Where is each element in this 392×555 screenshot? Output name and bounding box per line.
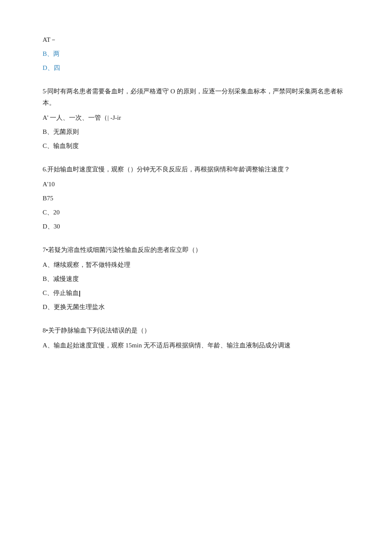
option-5-B: B、无菌原则 bbox=[43, 126, 349, 138]
option-7-C: C、停止输血​ bbox=[43, 287, 349, 299]
question-6-text: 6.开始输血时速度宜慢，观察（）分钟无不良反应后，再根据病情和年龄调整输注速度？ bbox=[43, 164, 349, 175]
question-7: 7•若疑为溶血性或细菌污染性输血反应的患者应立即（） A、继续观察，暂不做特殊处… bbox=[43, 244, 349, 313]
option-4-A: AT－ bbox=[43, 34, 349, 46]
option-4-B: B、两 bbox=[43, 48, 349, 60]
question-5-text: 5·同时有两名患者需要备血时，必须严格遵守 O 的原则，应逐一分别采集血标本，严… bbox=[43, 86, 349, 109]
option-7-B: B、减慢速度 bbox=[43, 273, 349, 285]
option-4-D: D、四 bbox=[43, 62, 349, 74]
option-7-A: A、继续观察，暂不做特殊处理 bbox=[43, 259, 349, 271]
content-area: AT－ B、两 D、四 5·同时有两名患者需要备血时，必须严格遵守 O 的原则，… bbox=[43, 34, 349, 351]
option-6-D: D、30 bbox=[43, 221, 349, 232]
option-6-A: A'10 bbox=[43, 179, 349, 190]
option-7-D: D、更换无菌生理盐水 bbox=[43, 301, 349, 313]
question-4-partial: AT－ B、两 D、四 bbox=[43, 34, 349, 74]
text-cursor bbox=[79, 291, 80, 297]
option-5-C: C、输血制度 bbox=[43, 140, 349, 152]
question-6: 6.开始输血时速度宜慢，观察（）分钟无不良反应后，再根据病情和年龄调整输注速度？… bbox=[43, 164, 349, 232]
question-7-text: 7•若疑为溶血性或细菌污染性输血反应的患者应立即（） bbox=[43, 244, 349, 256]
question-5: 5·同时有两名患者需要备血时，必须严格遵守 O 的原则，应逐一分别采集血标本，严… bbox=[43, 86, 349, 152]
option-8-A: A、输血起始速度宜慢，观察 15min 无不适后再根据病情、年龄、输注血液制品成… bbox=[43, 340, 349, 351]
option-5-A: A' 一人、一次、一管（| -J-ir bbox=[43, 112, 349, 124]
option-6-B: B75 bbox=[43, 193, 349, 204]
question-8: 8•关于静脉输血下列说法错误的是（） A、输血起始速度宜慢，观察 15min 无… bbox=[43, 325, 349, 351]
question-8-text: 8•关于静脉输血下列说法错误的是（） bbox=[43, 325, 349, 336]
option-6-C: C、20 bbox=[43, 207, 349, 218]
